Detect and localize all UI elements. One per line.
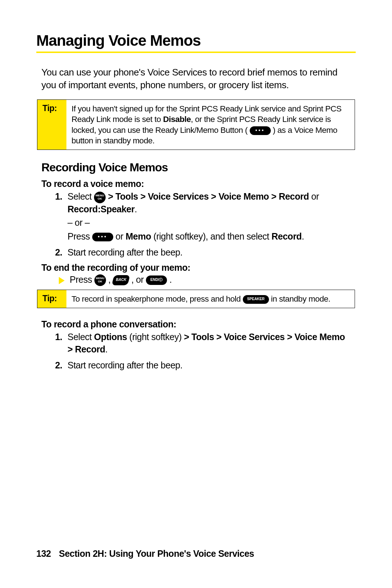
conv-step-1: Select Options (right softkey) > Tools >… <box>65 331 351 356</box>
end-period: . <box>167 274 172 285</box>
tip-text: If you haven't signed up for the Sprint … <box>66 100 355 150</box>
step1b-a: Press <box>68 231 92 241</box>
end-bullet: Press MENUOK , BACK , or END/Ⓘ . <box>59 274 351 286</box>
step1b-record: Record <box>271 231 302 241</box>
step1b-b: or <box>113 231 126 241</box>
end-or: , or <box>129 274 146 285</box>
menu-ok-key-icon: MENUOK <box>94 192 106 203</box>
title-rule <box>36 52 356 53</box>
step1b-c: (right softkey), and then select <box>151 231 271 241</box>
conv1-b: (right softkey) <box>127 332 184 342</box>
tip-text: To record in speakerphone mode, press an… <box>66 290 355 308</box>
step1-or: – or – <box>68 217 351 229</box>
section-label: Section 2H: Using Your Phone's Voice Ser… <box>59 548 254 559</box>
tip-box-1: Tip: If you haven't signed up for the Sp… <box>37 99 355 150</box>
tip-box-2: Tip: To record in speakerphone mode, pre… <box>37 290 355 308</box>
page-title: Managing Voice Memos <box>36 32 356 49</box>
conv1-a: Select <box>68 332 94 342</box>
conv1-options: Options <box>94 332 127 342</box>
step1-recspeaker: Record:Speaker <box>68 204 135 214</box>
step1-or-word: or <box>309 191 319 201</box>
subheading: Recording Voice Memos <box>41 161 356 174</box>
end-comma: , <box>106 274 113 285</box>
page-footer: 132Section 2H: Using Your Phone's Voice … <box>36 548 254 559</box>
conv1-c: . <box>105 344 107 354</box>
page-number: 132 <box>36 548 51 559</box>
record-step-2: Start recording after the beep. <box>65 246 351 259</box>
tip2-a: To record in speakerphone mode, press an… <box>72 294 243 303</box>
end-line: Press MENUOK , BACK , or END/Ⓘ . <box>70 274 172 286</box>
end-press: Press <box>70 274 94 285</box>
conv-lead: To record a phone conversation: <box>41 319 356 330</box>
conv-steps: Select Options (right softkey) > Tools >… <box>52 331 351 371</box>
step1-text-a: Select <box>68 191 94 201</box>
ready-link-button-icon: ••• <box>250 126 271 135</box>
triangle-bullet-icon <box>59 277 65 284</box>
tip-label: Tip: <box>37 100 66 150</box>
end-key-icon: END/Ⓘ <box>146 275 167 285</box>
end-lead: To end the recording of your memo: <box>41 262 356 273</box>
document-page: Managing Voice Memos You can use your ph… <box>0 0 392 588</box>
back-key-icon: BACK <box>112 275 130 285</box>
tip1-disable: Disable <box>163 115 191 124</box>
ready-link-button-icon: ••• <box>92 233 113 241</box>
conv-step-2: Start recording after the beep. <box>65 359 351 372</box>
record-lead: To record a voice memo: <box>41 179 356 189</box>
speaker-key-icon: SPEAKER <box>243 295 269 304</box>
record-step-1: Select MENUOK > Tools > Voice Services >… <box>65 191 351 243</box>
tip2-b: in standby mode. <box>269 294 330 303</box>
step1-nav: > Tools > Voice Services > Voice Memo > … <box>106 191 309 201</box>
step1-period: . <box>135 204 137 214</box>
record-steps: Select MENUOK > Tools > Voice Services >… <box>52 191 351 258</box>
intro-paragraph: You can use your phone's Voice Services … <box>41 66 351 91</box>
tip-label: Tip: <box>37 290 66 308</box>
menu-ok-key-icon: MENUOK <box>94 274 106 286</box>
step1b-d: . <box>302 231 304 241</box>
step1b-memo: Memo <box>126 231 151 241</box>
